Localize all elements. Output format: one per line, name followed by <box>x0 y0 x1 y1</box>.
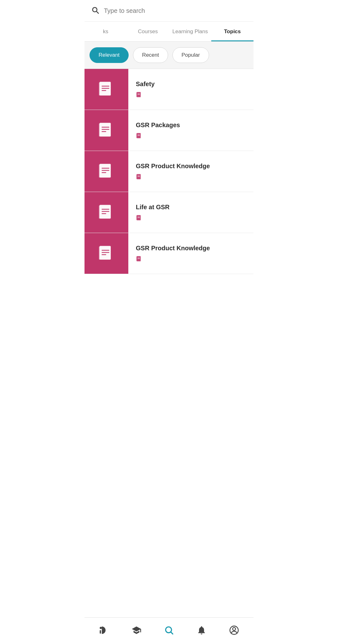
svg-rect-49 <box>99 247 100 260</box>
search-icon <box>91 6 100 16</box>
topic-thumbnail <box>84 110 128 151</box>
topic-thumbnail <box>84 151 128 192</box>
svg-rect-5 <box>99 82 100 96</box>
topic-meta <box>136 256 246 262</box>
topic-title: GSR Packages <box>136 122 246 129</box>
topic-list: Safety <box>84 69 253 274</box>
topic-info: GSR Product Knowledge <box>128 156 253 187</box>
list-item[interactable]: GSR Product Knowledge <box>84 233 253 274</box>
filter-row: Relevant Recent Popular <box>84 42 253 69</box>
list-item[interactable]: GSR Packages <box>84 110 253 151</box>
topic-thumbnail <box>84 192 128 233</box>
tab-courses[interactable]: Courses <box>127 22 169 41</box>
list-item[interactable]: GSR Product Knowledge <box>84 151 253 192</box>
topic-meta <box>136 91 246 98</box>
topic-thumbnail <box>84 69 128 110</box>
svg-rect-27 <box>99 164 100 178</box>
topic-info: Safety <box>128 74 253 105</box>
filter-popular[interactable]: Popular <box>172 47 209 63</box>
topic-info: GSR Packages <box>128 115 253 146</box>
topic-meta <box>136 174 246 180</box>
topic-title: GSR Product Knowledge <box>136 245 246 252</box>
nav-tabs: ks Courses Learning Plans Topics <box>84 22 253 42</box>
filter-relevant[interactable]: Relevant <box>90 47 129 63</box>
topic-title: Safety <box>136 80 246 88</box>
topic-title: GSR Product Knowledge <box>136 163 246 170</box>
topic-info: Life at GSR <box>128 197 253 228</box>
search-bar <box>84 0 253 22</box>
topic-info: GSR Product Knowledge <box>128 238 253 269</box>
list-item[interactable]: Life at GSR <box>84 192 253 233</box>
svg-rect-10 <box>136 92 137 97</box>
svg-rect-38 <box>99 205 100 219</box>
topic-title: Life at GSR <box>136 204 246 211</box>
tab-books[interactable]: ks <box>84 22 127 41</box>
svg-rect-21 <box>136 133 137 138</box>
topic-thumbnail <box>84 233 128 274</box>
svg-rect-16 <box>99 123 100 137</box>
filter-recent[interactable]: Recent <box>133 47 168 63</box>
topic-meta <box>136 132 246 139</box>
svg-rect-54 <box>136 256 137 261</box>
tab-topics[interactable]: Topics <box>211 22 253 41</box>
search-input[interactable] <box>104 7 247 14</box>
tab-learning-plans[interactable]: Learning Plans <box>169 22 211 41</box>
svg-rect-32 <box>136 174 137 179</box>
topic-meta <box>136 215 246 221</box>
list-item[interactable]: Safety <box>84 69 253 110</box>
svg-rect-43 <box>136 215 137 220</box>
